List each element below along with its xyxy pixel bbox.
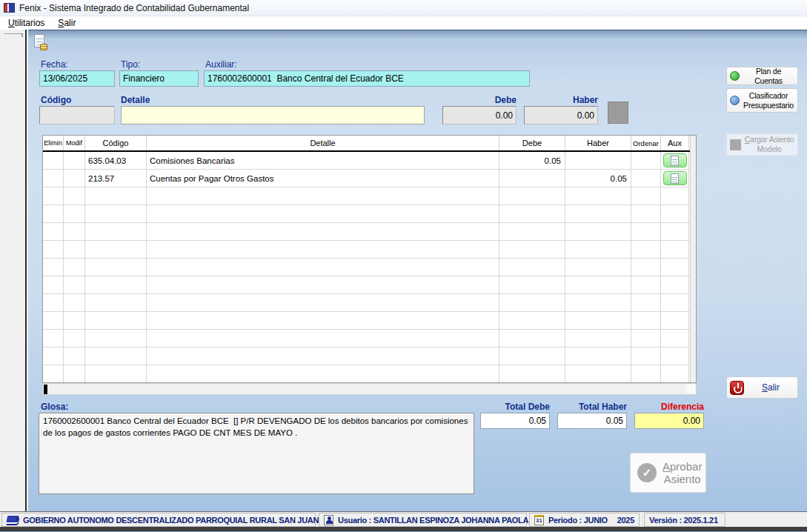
auxiliar-label: Auxiliar: xyxy=(205,59,237,70)
aprobar-asiento-button[interactable]: ✓ Aprobar Asiento xyxy=(630,453,706,493)
grid-cell-debe xyxy=(499,330,565,347)
grid-cell-aux xyxy=(661,365,689,382)
aux-detail-button[interactable] xyxy=(663,153,687,167)
grid-cell-codigo xyxy=(85,241,147,258)
grid-cell-haber xyxy=(565,312,631,329)
coins-part xyxy=(40,44,47,50)
grid-cell-aux xyxy=(661,187,689,205)
grid-cell-detalle xyxy=(147,348,499,365)
grid-cell-aux xyxy=(661,170,689,187)
grid-cell-haber xyxy=(565,294,631,311)
grid-row-empty xyxy=(43,330,696,348)
grid-row[interactable]: 213.57Cuentas por Pagar Otros Gastos0.05 xyxy=(43,170,696,187)
detalle-input[interactable] xyxy=(121,106,425,124)
grid-cell-codigo: 213.57 xyxy=(85,170,147,187)
salir-button-label: Salir xyxy=(747,382,794,393)
grid-cell-detalle xyxy=(147,241,499,258)
grid-cell-detalle xyxy=(147,365,499,382)
scrollbar-thumb[interactable] xyxy=(44,385,47,394)
plan-de-cuentas-button[interactable]: Plan de Cuentas xyxy=(726,67,798,85)
grid-cell-ordenar xyxy=(631,259,661,276)
tipo-input[interactable]: Financiero xyxy=(119,70,199,87)
window-title: Fenix - Sistema Integrado de Contabilida… xyxy=(19,3,249,13)
user-name: Usuario : SANTILLAN ESPINOZA JOHANNA PAO… xyxy=(338,516,528,525)
document-icon xyxy=(671,156,679,166)
grid-cell-haber xyxy=(565,330,631,347)
glosa-textarea[interactable]: 1760002600001 Banco Central del Ecuador … xyxy=(39,413,474,494)
grid-cell-modif xyxy=(64,187,85,205)
grid-cell-modif xyxy=(64,348,85,365)
grid-header-col-3: Detalle xyxy=(147,136,499,150)
fecha-input[interactable]: 13/06/2025 xyxy=(39,70,115,87)
diferencia-label: Diferencia xyxy=(634,402,704,412)
grid-header-col-1: Modif xyxy=(64,136,85,150)
grid-row-empty xyxy=(43,312,696,330)
grid-cell-debe xyxy=(499,187,565,205)
add-entry-button[interactable] xyxy=(608,102,628,124)
grid-cell-aux xyxy=(661,276,689,293)
grid-header-col-0: Elimin xyxy=(43,136,64,150)
grid-cell-detalle: Comisiones Bancarias xyxy=(147,152,499,169)
grid-cell-elimin xyxy=(43,223,64,240)
period-year: 2025 xyxy=(617,516,634,525)
clasificador-presupuestario-button[interactable]: Clasificador Presupuestario xyxy=(726,88,798,113)
grid-cell-ordenar xyxy=(631,365,661,382)
user-icon xyxy=(324,515,333,525)
grid-row-empty xyxy=(43,365,696,383)
left-dock-strip xyxy=(0,30,27,511)
cargar-asiento-modelo-button[interactable]: Cargar Asiento Modelo xyxy=(726,133,798,156)
journal-entry-icon[interactable] xyxy=(34,34,47,50)
grid-row-empty xyxy=(43,294,696,312)
green-sphere-icon xyxy=(730,71,740,81)
grid-body: 635.04.03Comisiones Bancarias0.05213.57C… xyxy=(43,152,696,383)
debe-input[interactable]: 0.00 xyxy=(442,106,517,124)
grid-cell-elimin xyxy=(43,348,64,365)
grid-cell-modif xyxy=(64,259,85,276)
grid-cell-elimin xyxy=(43,330,64,347)
clasificador-label: Clasificador Presupuestario xyxy=(743,91,794,110)
grid-cell-elimin xyxy=(43,205,64,222)
grid-cell-aux xyxy=(661,330,689,347)
grid-header-col-2: Código xyxy=(85,136,147,150)
grid-cell-aux xyxy=(661,348,689,365)
grid-cell-detalle xyxy=(147,259,499,276)
grid-cell-haber xyxy=(565,241,631,258)
grid-cell-elimin xyxy=(43,365,64,382)
grid-vertical-scrollbar[interactable] xyxy=(690,136,696,382)
fecha-label: Fecha: xyxy=(41,59,68,70)
grid-cell-debe xyxy=(499,259,565,276)
salir-button[interactable]: Salir xyxy=(726,376,798,399)
grid-cell-ordenar xyxy=(631,294,661,311)
auxiliar-input[interactable]: 1760002600001 Banco Central del Ecuador … xyxy=(204,70,530,87)
menu-bar: Utilitarios Salir xyxy=(0,16,807,30)
haber-input[interactable]: 0.00 xyxy=(524,106,598,124)
codigo-input[interactable] xyxy=(39,106,115,124)
grid-horizontal-scrollbar[interactable] xyxy=(42,383,697,395)
grid-row[interactable]: 635.04.03Comisiones Bancarias0.05 xyxy=(43,152,696,170)
menu-utilitarios[interactable]: Utilitarios xyxy=(1,16,51,30)
status-period-section: 31 Periodo : JUNIO 2025 xyxy=(529,513,640,527)
grid-cell-aux xyxy=(661,241,689,258)
grid-cell-haber xyxy=(565,187,631,205)
toolbar-grip[interactable] xyxy=(4,33,23,37)
aux-detail-button[interactable] xyxy=(663,171,687,185)
grid-cell-debe xyxy=(499,294,565,311)
window-bottom-edge xyxy=(0,527,807,532)
grid-cell-haber: 0.05 xyxy=(565,170,631,187)
grid-cell-elimin xyxy=(43,152,64,169)
grid-cell-elimin xyxy=(43,312,64,329)
check-icon: ✓ xyxy=(637,463,657,482)
grid-cell-haber xyxy=(565,152,631,169)
grid-cell-debe: 0.05 xyxy=(499,152,565,169)
grid-cell-ordenar xyxy=(631,205,661,222)
approve-label-line1: Aprobar xyxy=(662,460,702,473)
menu-salir[interactable]: Salir xyxy=(51,16,82,30)
grid-cell-aux xyxy=(661,152,689,169)
grid-cell-detalle xyxy=(147,276,499,293)
grid-cell-haber xyxy=(565,223,631,240)
app-icon xyxy=(4,3,15,13)
total-debe-value: 0.05 xyxy=(480,413,550,429)
calendar-icon: 31 xyxy=(534,515,544,525)
grid-cell-detalle xyxy=(147,223,499,240)
grid-cell-debe xyxy=(499,170,565,187)
